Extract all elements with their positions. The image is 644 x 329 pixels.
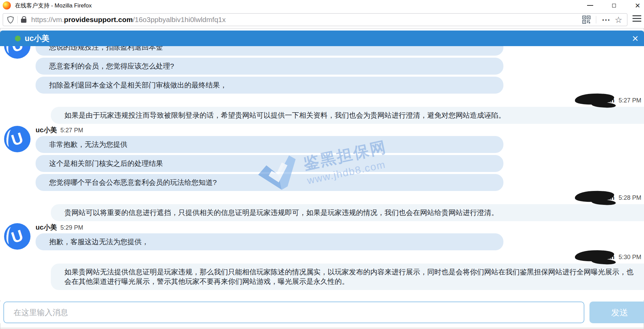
message-time: 5:29 PM xyxy=(60,224,83,231)
message-time: 5:27 PM xyxy=(619,97,641,104)
chat-bubble-visitor: 贵网站可以将重要的信息进行遮挡，只提供相关的信息证明是玩家违规即可，如果是玩家违… xyxy=(51,204,644,221)
bookmark-star-icon[interactable]: ☆ xyxy=(615,16,622,24)
window-close-button[interactable]: × xyxy=(631,0,644,11)
agent-avatar: U xyxy=(4,46,30,59)
chat-bubble-agent: 扣除盈利退回本金这个是相关部门审核做出的最终结果， xyxy=(36,77,503,94)
window-bottom-border xyxy=(0,328,644,328)
chat-bubble-agent: 您说的违规投注，扣除盈利退回本金 xyxy=(36,46,503,56)
firefox-window: 在线客户支持 - Mozilla Firefox × https://vm.pr… xyxy=(0,0,644,329)
chat-agent-title: uc小美 xyxy=(25,33,49,44)
agent-name: uc小美 xyxy=(36,126,57,134)
agent-avatar: U xyxy=(4,126,30,152)
url-bar[interactable]: https://vm.providesupport.com/16o3ppbyal… xyxy=(3,13,627,26)
message-time: 5:30 PM xyxy=(619,254,641,260)
chat-input-bar: 发送 xyxy=(0,302,644,323)
chat-bubble-agent: 抱歉，客服这边无法为您提供， xyxy=(36,233,503,250)
agent-message-group: Uuc小美5:27 PM非常抱歉，无法为您提供这个是相关部门核实之后的处理结果您… xyxy=(0,126,644,191)
minimize-button[interactable] xyxy=(584,0,596,11)
message-time: 5:27 PM xyxy=(60,127,83,134)
visitor-name-redacted: dinghaigan xyxy=(580,96,615,105)
divider xyxy=(596,16,596,23)
message-time: 5:28 PM xyxy=(619,194,641,201)
visitor-message-group: dinghaigan5:30 PM如果贵网站无法提供信息证明是玩家违规，那么我们… xyxy=(0,253,644,290)
message-meta: uc小美5:27 PM xyxy=(36,126,644,135)
window-title: 在线客户支持 - Mozilla Firefox xyxy=(15,2,92,9)
redaction-scribble xyxy=(575,93,614,105)
message-meta: dinghaigan5:30 PM xyxy=(0,253,644,262)
redaction-scribble xyxy=(575,249,614,262)
divider xyxy=(17,16,18,23)
chat-bubble-agent: 您觉得哪个平台会公布恶意套利会员的玩法给您知道? xyxy=(36,174,503,191)
agent-name: uc小美 xyxy=(36,224,57,231)
chat-header: uc小美 × xyxy=(0,31,644,46)
chat-bubble-agent: 非常抱歉，无法为您提供 xyxy=(36,136,503,153)
agent-avatar-letter: U xyxy=(9,227,25,246)
chat-close-icon[interactable]: × xyxy=(628,31,642,46)
window-titlebar: 在线客户支持 - Mozilla Firefox × xyxy=(0,0,644,11)
redaction-scribble xyxy=(575,190,614,202)
lock-icon[interactable] xyxy=(21,19,26,23)
visitor-name-redacted: dinghaigan xyxy=(580,194,615,202)
online-status-dot xyxy=(15,36,21,41)
menu-icon[interactable] xyxy=(632,15,641,22)
chat-bubble-visitor: 如果贵网站无法提供信息证明是玩家违规，那么我们只能相信玩家陈述的情况属实，以玩家… xyxy=(51,264,644,290)
page-actions-icon[interactable]: ••• xyxy=(602,17,611,23)
agent-avatar-letter: U xyxy=(9,46,25,55)
qr-code-icon[interactable] xyxy=(582,16,590,24)
message-meta: uc小美5:29 PM xyxy=(36,223,644,232)
firefox-icon xyxy=(3,1,11,9)
url-text: https://vm.providesupport.com/16o3ppbyal… xyxy=(31,16,582,24)
restore-button[interactable] xyxy=(608,0,620,11)
url-toolbar: https://vm.providesupport.com/16o3ppbyal… xyxy=(0,11,644,28)
agent-message-group: Uuc小美5:29 PM抱歉，客服这边无法为您提供， xyxy=(0,223,644,250)
message-input[interactable] xyxy=(3,302,584,323)
send-button[interactable]: 发送 xyxy=(589,302,644,323)
visitor-message-group: dinghaigan5:28 PM贵网站可以将重要的信息进行遮挡，只提供相关的信… xyxy=(0,194,644,221)
chat-bubble-visitor: 如果是由于玩家违规投注而导致被限制登录的话，希望贵网站可以提供一下相关资料，我们… xyxy=(51,107,644,124)
chat-message-area[interactable]: U您说的违规投注，扣除盈利退回本金恶意套利的会员，您觉得应该怎么处理?扣除盈利退… xyxy=(0,46,644,300)
agent-avatar: U xyxy=(4,223,30,250)
message-meta: dinghaigan5:27 PM xyxy=(0,96,644,105)
agent-message-group: U您说的违规投注，扣除盈利退回本金恶意套利的会员，您觉得应该怎么处理?扣除盈利退… xyxy=(0,46,644,94)
chat-bubble-agent: 恶意套利的会员，您觉得应该怎么处理? xyxy=(36,58,503,75)
agent-avatar-letter: U xyxy=(9,130,25,148)
visitor-name-redacted: dinghaigan xyxy=(580,253,615,262)
chat-bubble-agent: 这个是相关部门核实之后的处理结果 xyxy=(36,155,503,172)
visitor-message-group: dinghaigan5:27 PM如果是由于玩家违规投注而导致被限制登录的话，希… xyxy=(0,96,644,124)
message-meta: dinghaigan5:28 PM xyxy=(0,194,644,202)
tracking-protection-shield-icon[interactable] xyxy=(7,16,14,24)
